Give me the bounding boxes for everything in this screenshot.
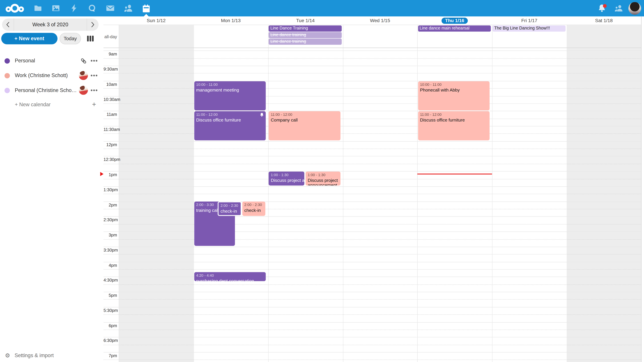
event-title: check-in bbox=[220, 209, 239, 214]
time-axis-label: 10am bbox=[104, 82, 117, 87]
calendar-list-item[interactable]: Personal (Christine Scho… bbox=[0, 83, 104, 98]
all-day-cell[interactable] bbox=[194, 25, 268, 48]
contacts-app-icon[interactable] bbox=[119, 0, 137, 16]
day-column[interactable] bbox=[492, 48, 567, 362]
time-axis-label: 5pm bbox=[104, 293, 117, 298]
day-column[interactable] bbox=[567, 48, 641, 362]
event-time: 2:00 - 2:30 bbox=[220, 204, 239, 208]
event[interactable]: 11:00 - 12:00Company call bbox=[269, 111, 340, 140]
today-day-pill: Thu 1/16 bbox=[442, 17, 468, 24]
all-day-cell[interactable] bbox=[343, 25, 418, 48]
user-avatar[interactable] bbox=[628, 2, 641, 14]
calendar-menu-icon[interactable] bbox=[89, 75, 100, 76]
calendar-app-icon[interactable] bbox=[137, 0, 155, 16]
day-header-thu[interactable]: Thu 1/16 bbox=[418, 16, 492, 25]
time-axis-label: 1pm bbox=[104, 172, 117, 177]
photos-app-icon[interactable] bbox=[47, 0, 65, 16]
time-axis-label: 12:30pm bbox=[104, 157, 117, 162]
today-button[interactable]: Today bbox=[60, 33, 81, 44]
new-calendar-button[interactable]: + New calendar+ bbox=[0, 97, 104, 112]
day-header-sun[interactable]: Sun 1/12 bbox=[119, 16, 194, 25]
day-column[interactable] bbox=[268, 48, 343, 362]
share-link-icon[interactable] bbox=[78, 58, 89, 64]
calendar-list-item[interactable]: Work (Christine Schott) bbox=[0, 68, 104, 83]
day-column[interactable] bbox=[343, 48, 418, 362]
event[interactable]: 2:00 - 2:30check-in bbox=[218, 202, 242, 216]
day-header-mon[interactable]: Mon 1/13 bbox=[194, 16, 268, 25]
event[interactable]: 10:00 - 11:00Phonecall with Abby bbox=[418, 81, 490, 110]
topbar-right bbox=[596, 0, 641, 16]
all-day-event[interactable]: Line dance training bbox=[269, 32, 342, 38]
calendar-item-actions bbox=[79, 71, 99, 80]
time-axis-label: 6pm bbox=[104, 323, 117, 328]
files-app-icon[interactable] bbox=[29, 0, 47, 16]
sidebar: Week 3 of 2020 + New event Today Persona… bbox=[0, 16, 104, 362]
time-grid: 9am9:30am10am10:30am11am11:30am12pm12:30… bbox=[104, 48, 644, 362]
event-time: 1:00 - 1:30 bbox=[308, 173, 339, 177]
event-title: Discuss office furniture bbox=[420, 117, 488, 122]
settings-and-import[interactable]: ⚙ Settings & import bbox=[0, 349, 104, 362]
event-title: check-in bbox=[244, 208, 264, 213]
active-app-caret bbox=[144, 14, 148, 16]
calendar-menu-icon[interactable] bbox=[89, 90, 100, 91]
contacts-menu-icon[interactable] bbox=[612, 0, 625, 16]
calendar-color-dot bbox=[4, 88, 10, 93]
event-time: 11:00 - 12:00 bbox=[271, 112, 339, 117]
unread-notifications-dot bbox=[603, 4, 606, 8]
event-title: Company call bbox=[271, 117, 339, 122]
day-column[interactable] bbox=[119, 48, 194, 362]
calendar-color-dot bbox=[4, 73, 10, 78]
time-axis-label: 9:30am bbox=[104, 66, 117, 72]
next-week-button[interactable] bbox=[87, 18, 98, 31]
all-day-event[interactable]: Line dance training bbox=[269, 39, 342, 45]
view-switcher-icon[interactable] bbox=[87, 36, 94, 41]
notifications-bell-icon[interactable] bbox=[596, 0, 608, 16]
all-day-event[interactable]: Line Dance Training bbox=[269, 26, 342, 32]
event[interactable]: 2:00 - 2:30check-in bbox=[242, 202, 265, 216]
event[interactable]: 1:00 - 1:30Discuss project announcement bbox=[306, 172, 341, 186]
event-time: 1:00 - 1:30 bbox=[271, 173, 303, 177]
event-time: 10:00 - 11:00 bbox=[420, 82, 488, 87]
time-axis-label: 10:30am bbox=[104, 97, 117, 102]
all-day-event[interactable]: The Big Line Dancing Show!!! bbox=[492, 26, 566, 32]
day-header-sat[interactable]: Sat 1/18 bbox=[567, 16, 641, 25]
event[interactable]: 1:00 - 1:30Discuss project announcement bbox=[269, 172, 304, 186]
previous-week-button[interactable] bbox=[2, 18, 14, 31]
all-day-cell[interactable] bbox=[119, 25, 194, 48]
time-axis-label: 1:30pm bbox=[104, 187, 117, 193]
day-header-wed[interactable]: Wed 1/15 bbox=[343, 16, 418, 25]
all-day-event[interactable]: Line dance main rehearsal bbox=[418, 26, 491, 32]
time-axis-label: 4:30pm bbox=[104, 278, 117, 283]
new-event-button[interactable]: + New event bbox=[1, 33, 58, 44]
event[interactable]: 11:00 - 12:00Discuss office furniture bbox=[194, 111, 266, 140]
shared-by-avatar bbox=[79, 71, 88, 80]
calendar-list-item[interactable]: Personal bbox=[0, 53, 104, 68]
time-axis-label: 2:30pm bbox=[104, 217, 117, 223]
calendar-name: Personal bbox=[15, 58, 78, 63]
new-calendar-label: + New calendar bbox=[15, 102, 89, 107]
event[interactable]: 11:00 - 12:00Discuss office furniture bbox=[418, 111, 490, 140]
week-navigation: Week 3 of 2020 bbox=[2, 18, 98, 31]
app-navigation bbox=[29, 0, 155, 16]
event[interactable]: 10:00 - 11:00management meeting bbox=[194, 81, 266, 110]
current-time-arrow bbox=[100, 172, 104, 176]
time-axis-label: 5:30pm bbox=[104, 308, 117, 313]
activity-app-icon[interactable] bbox=[65, 0, 83, 16]
event-title: Phonecall with Abby bbox=[420, 87, 488, 92]
nextcloud-logo[interactable] bbox=[5, 3, 25, 13]
week-label[interactable]: Week 3 of 2020 bbox=[14, 22, 86, 27]
time-axis-label: 2pm bbox=[104, 202, 117, 208]
event[interactable]: 4:20 - 4:40purchasing dept conversation bbox=[194, 272, 266, 281]
event-time: 11:00 - 12:00 bbox=[420, 112, 488, 117]
shared-by-avatar bbox=[79, 86, 88, 95]
calendar-color-dot bbox=[4, 58, 10, 63]
mail-app-icon[interactable] bbox=[101, 0, 119, 16]
calendar-menu-icon[interactable] bbox=[89, 60, 100, 61]
calendar-week-view: Sun 1/12Mon 1/13Tue 1/14Wed 1/15Thu 1/16… bbox=[104, 16, 644, 362]
time-axis-label: 6:30pm bbox=[104, 338, 117, 343]
scrollbar[interactable] bbox=[641, 16, 644, 362]
talk-app-icon[interactable] bbox=[83, 0, 101, 16]
all-day-cell[interactable] bbox=[567, 25, 641, 48]
day-header-tue[interactable]: Tue 1/14 bbox=[268, 16, 343, 25]
day-header-fri[interactable]: Fri 1/17 bbox=[492, 16, 567, 25]
